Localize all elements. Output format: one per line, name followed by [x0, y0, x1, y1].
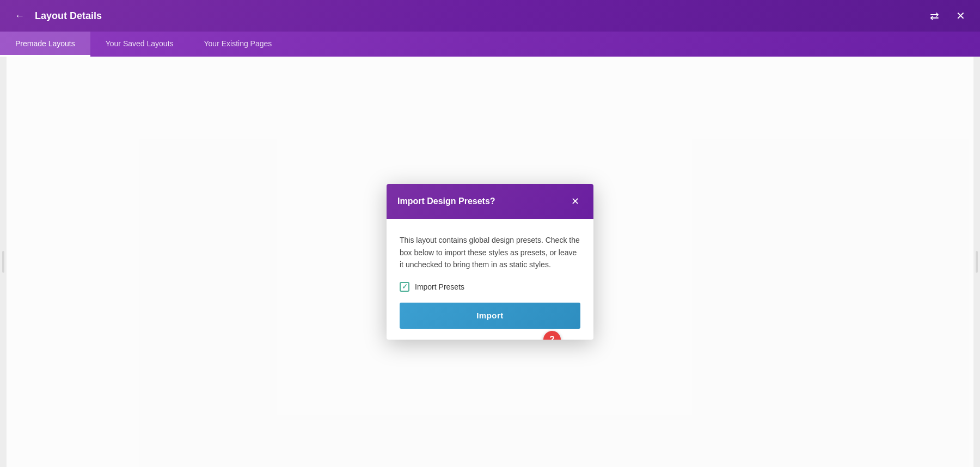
modal-close-button[interactable]: ✕ [567, 194, 583, 209]
tab-saved-layouts[interactable]: Your Saved Layouts [90, 32, 189, 57]
back-button[interactable]: ← [11, 7, 28, 24]
tab-existing-pages[interactable]: Your Existing Pages [189, 32, 287, 57]
modal-header: Import Design Presets? ✕ [387, 184, 593, 219]
import-button[interactable]: Import [400, 303, 580, 329]
page-title: Layout Details [35, 10, 926, 22]
import-presets-row[interactable]: ✓ Import Presets [400, 282, 580, 292]
modal-body: This layout contains global design prese… [387, 219, 593, 339]
main-content: 1 Import Design Presets? ✕ This layout c… [0, 57, 980, 467]
modal-overlay: 1 Import Design Presets? ✕ This layout c… [0, 57, 980, 467]
checkbox-checkmark: ✓ [402, 282, 408, 291]
modal-title: Import Design Presets? [397, 196, 495, 206]
back-icon: ← [15, 10, 24, 22]
import-presets-checkbox[interactable]: ✓ [400, 282, 409, 292]
adjust-icon[interactable]: ⇄ [926, 7, 943, 24]
close-icon[interactable]: ✕ [952, 7, 969, 24]
top-bar-actions: ⇄ ✕ [926, 7, 969, 24]
top-bar: ← Layout Details ⇄ ✕ [0, 0, 980, 32]
import-presets-label[interactable]: Import Presets [415, 282, 464, 291]
modal-description: This layout contains global design prese… [400, 234, 580, 271]
annotation-badge-2: 2 [543, 331, 561, 340]
tab-premade-layouts[interactable]: Premade Layouts [0, 32, 90, 57]
tabs-bar: Premade Layouts Your Saved Layouts Your … [0, 32, 980, 57]
import-design-presets-dialog: 1 Import Design Presets? ✕ This layout c… [387, 184, 593, 339]
